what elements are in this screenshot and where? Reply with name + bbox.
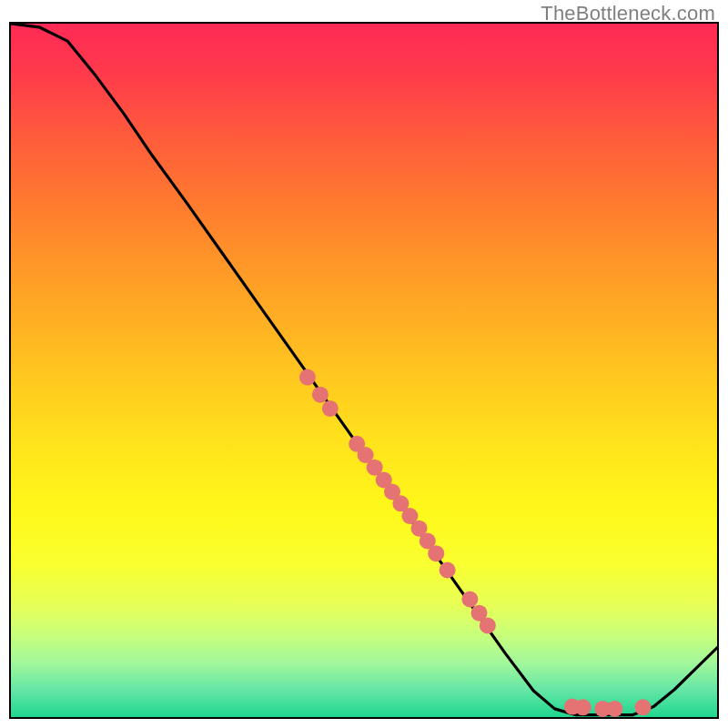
gradient-background [11,24,717,717]
data-point [428,545,444,561]
data-point [299,369,316,386]
chart-svg [11,24,717,717]
data-point [461,592,478,608]
data-point [440,562,456,579]
data-point [312,387,329,403]
bottleneck-chart: TheBottleneck.com [0,0,728,728]
data-point [575,699,592,715]
plot-area [9,22,719,719]
data-point [322,400,339,417]
data-point [635,699,652,715]
data-point [607,701,623,717]
data-point [480,617,496,633]
